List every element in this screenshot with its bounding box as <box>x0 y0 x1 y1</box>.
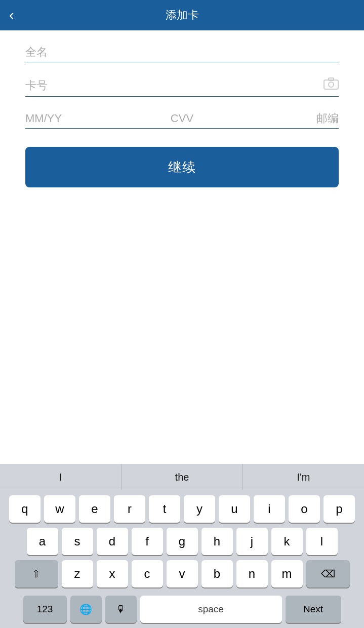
key-n[interactable]: n <box>236 560 268 587</box>
key-row-1: q w e r t y u i o p <box>3 495 361 523</box>
globe-key[interactable]: 🌐 <box>70 596 102 623</box>
key-h[interactable]: h <box>201 528 233 555</box>
delete-key[interactable]: ⌫ <box>306 560 350 587</box>
key-e[interactable]: e <box>79 495 110 523</box>
key-g[interactable]: g <box>167 528 198 555</box>
suggestion-im[interactable]: I'm <box>243 464 364 490</box>
expiry-input[interactable] <box>25 112 130 125</box>
key-d[interactable]: d <box>97 528 128 555</box>
zip-input[interactable] <box>234 112 339 125</box>
key-z[interactable]: z <box>62 560 93 587</box>
key-b[interactable]: b <box>201 560 233 587</box>
suggestion-the[interactable]: the <box>122 464 243 490</box>
key-o[interactable]: o <box>289 495 320 523</box>
keys-section: q w e r t y u i o p a s d f g h j k l ⇧ … <box>0 490 364 596</box>
key-s[interactable]: s <box>62 528 93 555</box>
full-name-row <box>25 46 339 62</box>
form-area: 继续 <box>0 30 364 203</box>
key-x[interactable]: x <box>97 560 128 587</box>
svg-rect-2 <box>329 78 334 81</box>
suggestion-i[interactable]: I <box>0 464 122 490</box>
key-y[interactable]: y <box>184 495 215 523</box>
key-123[interactable]: 123 <box>23 596 67 623</box>
key-q[interactable]: q <box>9 495 41 523</box>
key-t[interactable]: t <box>149 495 180 523</box>
key-m[interactable]: m <box>271 560 303 587</box>
header: ‹ 添加卡 <box>0 0 364 30</box>
key-p[interactable]: p <box>323 495 355 523</box>
key-j[interactable]: j <box>236 528 268 555</box>
svg-rect-0 <box>324 80 338 89</box>
full-name-input[interactable] <box>25 46 339 59</box>
keyboard: I the I'm q w e r t y u i o p a s d f g … <box>0 464 364 628</box>
key-f[interactable]: f <box>132 528 163 555</box>
card-number-row <box>25 77 339 97</box>
back-button[interactable]: ‹ <box>9 8 14 22</box>
key-c[interactable]: c <box>132 560 163 587</box>
cvv-input[interactable] <box>130 112 234 125</box>
space-key[interactable]: space <box>140 596 282 623</box>
key-i[interactable]: i <box>254 495 285 523</box>
key-l[interactable]: l <box>306 528 338 555</box>
key-a[interactable]: a <box>27 528 58 555</box>
key-k[interactable]: k <box>271 528 303 555</box>
shift-key[interactable]: ⇧ <box>15 560 58 587</box>
key-row-2: a s d f g h j k l <box>3 528 361 555</box>
page-title: 添加卡 <box>166 8 199 23</box>
next-key[interactable]: Next <box>286 596 341 623</box>
key-w[interactable]: w <box>44 495 75 523</box>
bottom-key-row: 123 🌐 🎙 space Next <box>0 596 364 628</box>
expiry-cvv-zip-row <box>25 112 339 129</box>
camera-icon[interactable] <box>323 77 339 93</box>
key-u[interactable]: u <box>219 495 250 523</box>
suggestions-bar: I the I'm <box>0 464 364 490</box>
continue-button[interactable]: 继续 <box>25 147 339 187</box>
key-r[interactable]: r <box>114 495 145 523</box>
svg-point-1 <box>329 82 334 87</box>
key-v[interactable]: v <box>167 560 198 587</box>
card-number-input[interactable] <box>25 79 323 92</box>
key-row-3: ⇧ z x c v b n m ⌫ <box>3 560 361 587</box>
mic-key[interactable]: 🎙 <box>105 596 137 623</box>
